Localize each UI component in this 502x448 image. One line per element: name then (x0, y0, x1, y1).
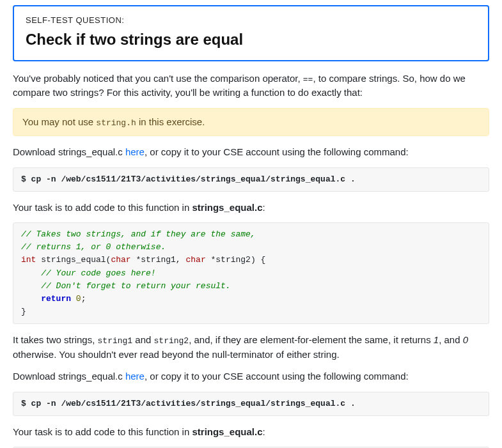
semi-1: ; (81, 294, 86, 304)
self-test-title: Check if two strings are equal (26, 28, 476, 51)
code-comment-1c: // Your code goes here! (21, 268, 156, 278)
download-instruction-2: Download strings_equal.c here, or copy i… (13, 369, 489, 384)
self-test-label: SELF-TEST QUESTION: (26, 14, 476, 27)
kw-char1-1: char (111, 255, 130, 265)
p2-1: *string2) { (206, 255, 266, 265)
desc-zero: 0 (463, 334, 468, 345)
task-before-1: Your task is to add code to this functio… (13, 202, 192, 213)
warning-text-before: You may not use (22, 116, 96, 127)
fn-1: strings_equal( (36, 255, 111, 265)
download-instruction-1: Download strings_equal.c here, or copy i… (13, 145, 489, 160)
page-container: SELF-TEST QUESTION: Check if two strings… (0, 0, 502, 448)
intro-paragraph: You've probably noticed that you can't u… (13, 72, 489, 100)
kw-int-1: int (21, 255, 36, 265)
download-link-2[interactable]: here (125, 371, 145, 382)
zero-1: 0 (76, 294, 81, 304)
equals-operator: == (303, 75, 313, 84)
task-after-2: : (263, 426, 265, 437)
copy-command-2: $ cp -n /web/cs1511/21T3/activities/stri… (13, 392, 489, 416)
ret-indent-1 (21, 294, 41, 304)
download-after: , or copy it to your CSE account using t… (145, 146, 409, 157)
desc-one: 1 (434, 334, 439, 345)
code-comment-1a: // Takes two strings, and if they are th… (21, 229, 256, 239)
task-instruction-2: Your task is to add code to this functio… (13, 425, 489, 440)
desc-s1: string1 (98, 336, 133, 346)
cmd-text-2: $ cp -n /web/cs1511/21T3/activities/stri… (21, 399, 356, 408)
desc-p3: , and, if they are element-for-element t… (189, 334, 434, 345)
code-comment-1d: // Don't forget to return your result. (21, 281, 231, 291)
desc-s2: string2 (154, 336, 189, 346)
download-after-2: , or copy it to your CSE account using t… (145, 371, 409, 382)
self-test-box: SELF-TEST QUESTION: Check if two strings… (13, 5, 489, 61)
desc-p2: and (132, 334, 153, 345)
code-snippet-1: // Takes two strings, and if they are th… (13, 222, 489, 324)
task-instruction-1: Your task is to add code to this functio… (13, 201, 489, 215)
warning-code: string.h (96, 118, 136, 128)
close-1: } (21, 307, 26, 316)
task-after-1: : (263, 202, 265, 213)
cmd-text-1: $ cp -n /web/cs1511/21T3/activities/stri… (21, 174, 356, 184)
p1-1: *string1, (131, 255, 186, 265)
warning-callout: You may not use string.h in this exercis… (13, 108, 489, 137)
task-before-2: Your task is to add code to this functio… (13, 426, 192, 437)
intro-text-1: You've probably noticed that you can't u… (13, 73, 303, 84)
kw-char2-1: char (185, 255, 205, 265)
description-paragraph: It takes two strings, string1 and string… (13, 333, 489, 362)
download-before: Download strings_equal.c (13, 146, 125, 157)
warning-text-after: in this exercise. (136, 116, 205, 127)
desc-p5: otherwise. You shouldn't ever read beyon… (13, 349, 340, 360)
task-file-1: strings_equal.c (192, 202, 262, 213)
desc-p1: It takes two strings, (13, 334, 98, 345)
task-file-2: strings_equal.c (192, 426, 262, 437)
download-before-2: Download strings_equal.c (13, 371, 125, 382)
kw-return-1: return (41, 294, 71, 304)
download-link[interactable]: here (125, 146, 145, 157)
ret-sp-1 (71, 294, 76, 304)
code-comment-1b: // returns 1, or 0 otherwise. (21, 242, 166, 252)
desc-p4: , and (439, 334, 463, 345)
copy-command-1: $ cp -n /web/cs1511/21T3/activities/stri… (13, 167, 489, 192)
